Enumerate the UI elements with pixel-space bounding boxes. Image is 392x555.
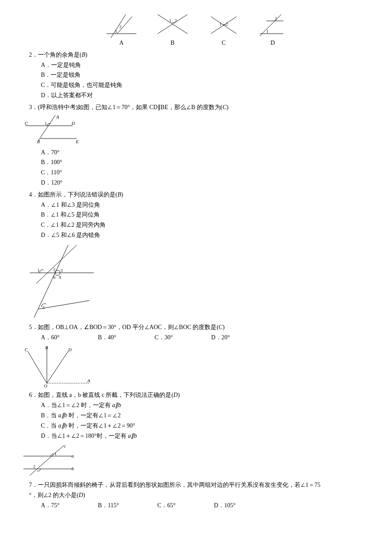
q2-option-c: C．可能是锐角，也可能是钝角	[41, 80, 375, 90]
q2-option-b: B．一定是锐角	[41, 70, 375, 80]
q6-option-c: C．当 a∥b 时，一定有∠1＋∠2＝90°	[41, 421, 375, 431]
fig-a: 1 2 A	[107, 14, 136, 48]
q7-stem2b: )	[83, 492, 85, 498]
q7-option-c: C．65°	[157, 500, 176, 511]
q5-option-c: C．30°	[155, 332, 173, 343]
q4-diagram: 1 2 3 6 4 5	[17, 243, 102, 320]
svg-text:2: 2	[33, 464, 35, 469]
svg-text:1: 1	[169, 18, 171, 23]
q6-option-a: A．当∠1＝∠2 时，一定有 a∥b	[41, 400, 375, 410]
svg-text:1: 1	[55, 451, 57, 456]
q7-option-b: B．115°	[98, 500, 119, 511]
svg-text:C: C	[25, 121, 28, 126]
svg-text:1: 1	[45, 121, 47, 126]
question-6: 6．如图，直线 a，b 被直线 c 所截，下列说法正确的是(D) A．当∠1＝∠…	[17, 390, 375, 477]
svg-text:B: B	[37, 139, 40, 144]
q3-option-d: D．120°	[41, 178, 375, 188]
q4-option-a: A．∠1 和∠3 是同位角	[41, 200, 375, 210]
q5-option-a: A．60°	[41, 332, 60, 343]
svg-text:5: 5	[43, 305, 45, 310]
svg-text:2: 2	[119, 24, 121, 29]
q3-stem-b: )	[227, 104, 229, 110]
svg-text:A: A	[87, 378, 90, 383]
q6-diagram: a b c 1 2	[17, 443, 81, 477]
q7-option-d: D．105°	[214, 500, 236, 511]
q4-answer: B	[118, 191, 121, 198]
svg-line-20	[38, 115, 55, 141]
q6-answer: D	[173, 392, 178, 398]
q3-answer: C	[222, 104, 226, 110]
question-4: 4．如图所示，下列说法错误的是(B) A．∠1 和∠3 是同位角 B．∠1 和∠…	[17, 190, 375, 320]
q2-option-d: D．以上答案都不对	[41, 90, 375, 101]
diagram-d: 1 2	[260, 14, 285, 38]
q6-figure: a b c 1 2	[17, 443, 375, 477]
q5-num: 5．	[29, 324, 38, 330]
fig-b: 1 2 B	[158, 14, 187, 48]
svg-text:E: E	[75, 139, 79, 144]
q5-stem-b: )	[222, 324, 225, 330]
diagram-b: 1 2	[158, 14, 187, 38]
svg-text:B: B	[45, 345, 48, 350]
question-5: 5．如图，OB⊥OA，∠BOD＝30°，OD 平分∠AOC，则∠BOC 的度数是…	[17, 322, 375, 388]
q7-option-a: A．75°	[41, 500, 60, 511]
q5-stem-a: 如图，OB⊥OA，∠BOD＝30°，OD 平分∠AOC，则∠BOC 的度数是(	[38, 324, 219, 330]
q2-answer: B	[82, 52, 86, 58]
svg-text:D: D	[68, 347, 72, 352]
q4-option-c: C．∠1 和∠2 是同旁内角	[41, 220, 375, 230]
svg-line-30	[38, 301, 89, 309]
svg-text:A: A	[56, 115, 59, 119]
q3-figure: A C D B E 1	[17, 115, 375, 145]
fig-d-label: D	[271, 38, 275, 48]
q4-stem-a: 如图所示，下列说法错误的是(	[38, 191, 118, 198]
svg-line-49	[30, 445, 64, 475]
svg-text:2: 2	[53, 267, 55, 272]
question-2: 2．一个角的余角是(B) A．一定是钝角 B．一定是锐角 C．可能是锐角，也可能…	[17, 50, 375, 101]
fig-d: 1 2 D	[260, 14, 285, 48]
q5-option-d: D．20°	[211, 332, 230, 343]
q3-option-b: B．100°	[41, 157, 375, 168]
q5-answer: C	[219, 324, 222, 330]
svg-line-28	[36, 245, 77, 283]
fig-c-label: C	[222, 38, 225, 48]
svg-text:3: 3	[61, 268, 63, 273]
q6-option-d: D．当∠1＋∠2＝180°时，一定有 a∥b	[41, 431, 375, 441]
q3-diagram: A C D B E 1	[17, 115, 85, 145]
q6-num: 6．	[29, 392, 38, 398]
diagram-c: 1 2	[209, 14, 239, 38]
q3-num: 3．	[29, 104, 38, 110]
q3-option-c: C．110°	[41, 168, 375, 178]
q6-stem-b: )	[178, 392, 180, 398]
svg-text:6: 6	[53, 275, 55, 280]
svg-text:2: 2	[275, 16, 277, 21]
q5-diagram: A B C D O	[17, 345, 94, 387]
q7-stem1: 一只因损坏而倾斜的椅子，从背后看到的形状如图所示，其中两组对边的平行关系没有发生…	[38, 482, 320, 488]
svg-text:C: C	[25, 347, 28, 352]
q2-option-a: A．一定是钝角	[41, 60, 375, 70]
svg-line-40	[28, 351, 47, 383]
q4-stem-b: )	[121, 191, 123, 198]
svg-text:1: 1	[115, 29, 117, 34]
svg-text:2: 2	[175, 18, 177, 23]
q4-option-d: D．∠5 和∠6 是内错角	[41, 230, 375, 240]
svg-text:1: 1	[37, 268, 40, 273]
q5-option-b: B．40°	[98, 332, 116, 343]
svg-text:1: 1	[219, 22, 222, 26]
figure-abcd: 1 2 A 1 2 B 1 2 C 1 2 D	[17, 14, 375, 48]
svg-line-14	[260, 14, 281, 36]
question-7: 7．一只因损坏而倾斜的椅子，从背后看到的形状如图所示，其中两组对边的平行关系没有…	[17, 480, 375, 510]
q6-stem-a: 如图，直线 a，b 被直线 c 所截，下列说法正确的是(	[38, 392, 173, 398]
q3-stem-a: (呼和浩特中考)如图，已知∠1＝70°，如果 CD∥BE，那么∠B 的度数为(	[38, 104, 222, 110]
svg-text:D: D	[71, 121, 75, 126]
svg-text:c: c	[64, 443, 66, 448]
svg-text:2: 2	[226, 22, 228, 26]
fig-a-label: A	[119, 38, 124, 48]
svg-text:1: 1	[266, 29, 268, 34]
q4-option-b: B．∠1 和∠5 是同位角	[41, 210, 375, 220]
svg-text:O: O	[44, 383, 47, 387]
q6-option-b: B．当 a∥b 时，一定有∠1＝∠2	[41, 410, 375, 421]
q2-num: 2．	[29, 52, 38, 58]
q5-figure: A B C D O	[17, 345, 375, 387]
svg-line-41	[47, 351, 68, 383]
q2-stem-a: 一个角的余角是(	[38, 52, 82, 58]
q4-num: 4．	[29, 191, 38, 198]
